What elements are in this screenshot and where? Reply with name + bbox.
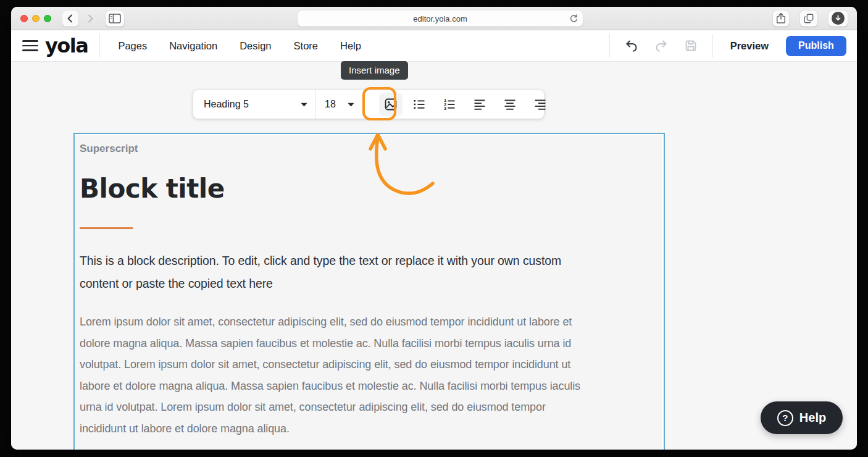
browser-window: editor.yola.com — [11, 7, 857, 450]
align-center-button[interactable] — [498, 93, 522, 116]
align-left-button[interactable] — [468, 93, 491, 116]
align-left-icon — [472, 97, 487, 112]
address-bar-url: editor.yola.com — [413, 14, 467, 23]
header-divider — [609, 34, 610, 57]
align-right-button[interactable] — [528, 93, 552, 116]
redo-button[interactable] — [654, 38, 669, 53]
redo-icon — [654, 38, 669, 53]
align-right-icon — [533, 97, 548, 112]
share-button[interactable] — [773, 10, 789, 27]
undo-icon — [624, 38, 639, 53]
share-icon — [776, 12, 786, 24]
nav-item-help[interactable]: Help — [340, 40, 361, 52]
nav-item-pages[interactable]: Pages — [118, 40, 147, 52]
yola-logo[interactable]: yola — [45, 33, 90, 58]
header-divider — [99, 34, 100, 57]
insert-image-button[interactable] — [379, 93, 403, 116]
nav-item-navigation[interactable]: Navigation — [169, 40, 217, 52]
close-window-button[interactable] — [20, 15, 28, 22]
editor-canvas: Superscript Block title This is a block … — [11, 62, 857, 450]
save-button[interactable] — [683, 38, 698, 53]
tabs-overview-button[interactable] — [800, 10, 817, 27]
app-header: yola Pages Navigation Design Store Help — [11, 30, 857, 62]
browser-forward-button[interactable] — [82, 10, 98, 27]
block-title[interactable]: Block title — [80, 174, 659, 204]
undo-button[interactable] — [624, 38, 639, 53]
font-size-value: 18 — [325, 99, 336, 110]
toolbar-divider — [315, 90, 316, 119]
main-menu-button[interactable] — [22, 40, 38, 51]
browser-back-button[interactable] — [62, 10, 78, 27]
address-bar[interactable]: editor.yola.com — [298, 10, 583, 27]
downloads-button[interactable] — [828, 10, 848, 27]
align-center-icon — [503, 97, 517, 112]
heading-style-value: Heading 5 — [204, 99, 249, 110]
chevron-right-icon — [85, 14, 95, 23]
save-icon — [683, 38, 698, 53]
svg-text:3: 3 — [444, 106, 446, 111]
minimize-window-button[interactable] — [32, 15, 40, 22]
selected-content-block[interactable]: Superscript Block title This is a block … — [73, 133, 665, 450]
chevron-down-icon — [301, 103, 307, 107]
nav-item-design[interactable]: Design — [240, 40, 271, 52]
hamburger-icon — [22, 40, 38, 42]
publish-button[interactable]: Publish — [786, 36, 846, 56]
browser-chrome: editor.yola.com — [11, 7, 857, 30]
text-formatting-toolbar: Heading 5 18 — [193, 90, 544, 119]
title-divider-rule — [80, 227, 133, 229]
yola-logo-text: yola — [45, 34, 88, 57]
insert-image-tooltip: Insert image — [341, 61, 408, 80]
header-right: Preview Publish — [609, 34, 846, 57]
insert-image-icon — [383, 97, 398, 112]
zoom-window-button[interactable] — [44, 15, 51, 22]
bulleted-list-icon — [412, 97, 427, 112]
help-widget-button[interactable]: ? Help — [761, 401, 843, 434]
header-divider — [712, 34, 713, 57]
font-size-dropdown[interactable]: 18 — [325, 90, 354, 119]
preview-button[interactable]: Preview — [730, 40, 769, 52]
reload-icon — [569, 14, 578, 23]
main-navigation: Pages Navigation Design Store Help — [118, 40, 361, 52]
block-superscript[interactable]: Superscript — [80, 142, 659, 156]
chevron-down-icon — [348, 103, 354, 107]
numbered-list-icon: 1 2 3 — [442, 97, 457, 112]
help-widget-label: Help — [799, 411, 826, 425]
chrome-right-buttons — [773, 10, 848, 27]
question-circle-icon: ? — [777, 410, 793, 426]
tabs-icon — [803, 13, 814, 24]
nav-item-store[interactable]: Store — [294, 40, 318, 52]
bulleted-list-button[interactable] — [407, 93, 431, 116]
heading-style-dropdown[interactable]: Heading 5 — [204, 90, 307, 119]
downloads-icon — [832, 12, 845, 25]
sidebar-icon — [109, 14, 121, 23]
reload-button[interactable] — [569, 14, 578, 23]
traffic-lights — [20, 15, 51, 22]
block-description[interactable]: This is a block description. To edit, cl… — [80, 249, 659, 295]
sidebar-toggle-button[interactable] — [106, 10, 124, 27]
numbered-list-button[interactable]: 1 2 3 — [438, 93, 461, 116]
block-body-text[interactable]: Lorem ipsum dolor sit amet, consectetur … — [80, 311, 659, 439]
chevron-left-icon — [65, 14, 75, 23]
